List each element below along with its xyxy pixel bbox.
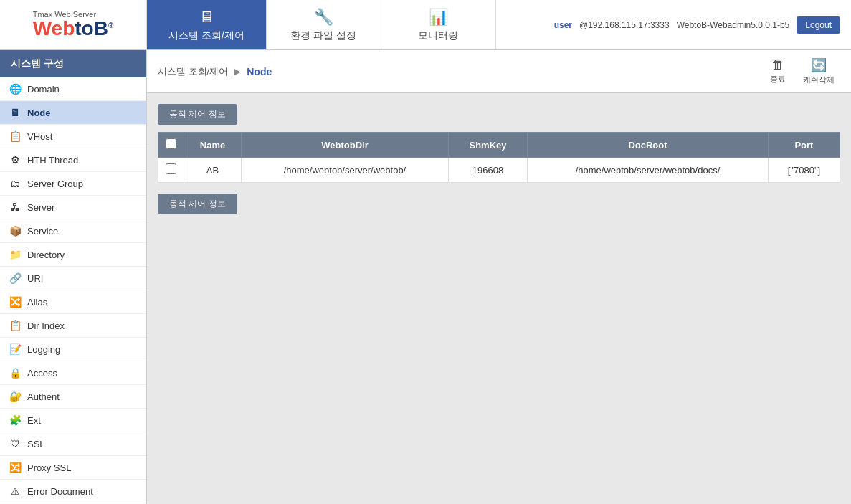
- sidebar-item-vhost[interactable]: 📋 VHost: [0, 125, 146, 148]
- alias-icon: 🔀: [9, 295, 22, 308]
- col-webtobdir: WebtobDir: [242, 133, 449, 158]
- dir-index-icon: 📋: [9, 319, 22, 332]
- sidebar-label-ext: Ext: [27, 415, 41, 426]
- logo: Tmax Web Server WebtoB®: [33, 11, 114, 39]
- logout-button[interactable]: Logout: [797, 16, 840, 34]
- tab-monitor-label: 모니터링: [418, 29, 458, 42]
- row-check[interactable]: [158, 158, 184, 183]
- close-icon: 🗑: [771, 57, 784, 72]
- sidebar-label-hth-thread: HTH Thread: [27, 155, 78, 166]
- ssl-icon: 🛡: [9, 437, 22, 450]
- tab-env[interactable]: 🔧 환경 파일 설정: [267, 0, 381, 49]
- sidebar-item-logging[interactable]: 📝 Logging: [0, 338, 146, 361]
- directory-icon: 📁: [9, 248, 22, 261]
- tab-system-label: 시스템 조회/제어: [168, 29, 244, 42]
- row-port: ["7080"]: [768, 158, 840, 183]
- sidebar-label-authent: Authent: [27, 391, 60, 402]
- server-group-icon: 🗂: [9, 177, 22, 190]
- sidebar-item-dir-index[interactable]: 📋 Dir Index: [0, 314, 146, 338]
- sidebar-label-dir-index: Dir Index: [27, 320, 65, 331]
- tab-env-label: 환경 파일 설정: [290, 29, 356, 42]
- sidebar-item-domain[interactable]: 🌐 Domain: [0, 77, 146, 101]
- dynamic-control-button-bottom[interactable]: 동적 제어 정보: [158, 194, 237, 214]
- breadcrumb-separator: ▶: [234, 66, 241, 77]
- node-icon: 🖥: [9, 106, 22, 119]
- col-shmkey: ShmKey: [448, 133, 527, 158]
- col-name: Name: [184, 133, 242, 158]
- sidebar-label-service: Service: [27, 226, 58, 237]
- row-checkbox[interactable]: [166, 163, 176, 174]
- logo-brand: WebtoB®: [33, 17, 114, 39]
- tab-monitor[interactable]: 📊 모니터링: [381, 0, 496, 49]
- breadcrumb: 시스템 조회/제어 ▶ Node 🗑 종료 🔄 캐쉬삭제: [147, 50, 851, 93]
- breadcrumb-parent: 시스템 조회/제어: [158, 65, 228, 78]
- table-row[interactable]: AB /home/webtob/server/webtob/ 196608 /h…: [158, 158, 840, 183]
- sidebar-item-server-group[interactable]: 🗂 Server Group: [0, 172, 146, 196]
- domain-icon: 🌐: [9, 82, 22, 95]
- sidebar-item-server[interactable]: 🖧 Server: [0, 196, 146, 219]
- node-table: Name WebtobDir ShmKey DocRoot Port AB /h…: [158, 132, 840, 183]
- sidebar-item-error-document[interactable]: ⚠ Error Document: [0, 480, 146, 503]
- server-icon: 🖧: [9, 201, 22, 214]
- row-name: AB: [184, 158, 242, 183]
- sidebar-label-server-group: Server Group: [27, 179, 83, 189]
- ext-icon: 🧩: [9, 414, 22, 427]
- main-content: 시스템 조회/제어 ▶ Node 🗑 종료 🔄 캐쉬삭제 동적 제어 정보: [147, 50, 851, 504]
- server-address: @192.168.115.17:3333: [579, 20, 670, 30]
- uri-icon: 🔗: [9, 272, 22, 285]
- clear-cache-label: 캐쉬삭제: [803, 75, 835, 85]
- sidebar-label-proxy-ssl: Proxy SSL: [27, 462, 71, 473]
- hth-thread-icon: ⚙: [9, 153, 22, 166]
- sidebar-label-node: Node: [27, 108, 51, 118]
- sidebar-item-uri[interactable]: 🔗 URI: [0, 267, 146, 290]
- sidebar-label-logging: Logging: [27, 344, 60, 355]
- access-icon: 🔒: [9, 366, 22, 379]
- select-all-checkbox[interactable]: [166, 138, 176, 149]
- breadcrumb-actions: 🗑 종료 🔄 캐쉬삭제: [764, 56, 840, 87]
- version-info: WebtoB-Webadmin5.0.0.1-b5: [677, 20, 790, 30]
- sidebar-label-directory: Directory: [27, 249, 65, 260]
- col-port: Port: [768, 133, 840, 158]
- vhost-icon: 📋: [9, 130, 22, 143]
- dynamic-control-button-top[interactable]: 동적 제어 정보: [158, 104, 237, 125]
- username: user: [554, 20, 572, 30]
- logging-icon: 📝: [9, 343, 22, 356]
- sidebar-label-ssl: SSL: [27, 439, 45, 450]
- clear-cache-icon: 🔄: [811, 57, 827, 73]
- close-label: 종료: [770, 74, 786, 85]
- sidebar-title: 시스템 구성: [0, 50, 146, 77]
- sidebar-item-service[interactable]: 📦 Service: [0, 219, 146, 243]
- tab-system[interactable]: 🖥 시스템 조회/제어: [147, 0, 267, 49]
- row-shmkey: 196608: [448, 158, 527, 183]
- close-button[interactable]: 🗑 종료: [764, 56, 791, 87]
- table-header-row: Name WebtobDir ShmKey DocRoot Port: [158, 133, 840, 158]
- proxy-ssl-icon: 🔀: [9, 461, 22, 474]
- nav-tabs: 🖥 시스템 조회/제어 🔧 환경 파일 설정 📊 모니터링: [147, 0, 543, 49]
- clear-cache-button[interactable]: 🔄 캐쉬삭제: [797, 56, 840, 87]
- content-area: 동적 제어 정보 Name WebtobDir ShmKey DocRoot P…: [147, 93, 851, 232]
- sidebar-item-alias[interactable]: 🔀 Alias: [0, 290, 146, 314]
- authent-icon: 🔐: [9, 390, 22, 403]
- error-document-icon: ⚠: [9, 485, 22, 498]
- service-icon: 📦: [9, 224, 22, 237]
- sidebar-item-ssl[interactable]: 🛡 SSL: [0, 432, 146, 456]
- sidebar-item-ext[interactable]: 🧩 Ext: [0, 409, 146, 432]
- nav-right: user @192.168.115.17:3333 WebtoB-Webadmi…: [543, 0, 851, 49]
- system-icon: 🖥: [199, 8, 214, 27]
- breadcrumb-current: Node: [247, 66, 272, 77]
- sidebar-item-authent[interactable]: 🔐 Authent: [0, 385, 146, 409]
- sidebar-label-server: Server: [27, 202, 54, 213]
- sidebar-label-uri: URI: [27, 273, 43, 284]
- sidebar-item-hth-thread[interactable]: ⚙ HTH Thread: [0, 148, 146, 172]
- sidebar-label-access: Access: [27, 368, 57, 379]
- sidebar-item-directory[interactable]: 📁 Directory: [0, 243, 146, 267]
- sidebar-item-access[interactable]: 🔒 Access: [0, 361, 146, 385]
- sidebar-item-node[interactable]: 🖥 Node: [0, 101, 146, 125]
- sidebar-item-proxy-ssl[interactable]: 🔀 Proxy SSL: [0, 456, 146, 480]
- header: Tmax Web Server WebtoB® 🖥 시스템 조회/제어 🔧 환경…: [0, 0, 851, 50]
- col-docroot: DocRoot: [528, 133, 769, 158]
- row-webtobdir: /home/webtob/server/webtob/: [242, 158, 449, 183]
- sidebar-label-error-document: Error Document: [27, 486, 93, 497]
- monitor-icon: 📊: [429, 8, 448, 27]
- row-docroot: /home/webtob/server/webtob/docs/: [528, 158, 769, 183]
